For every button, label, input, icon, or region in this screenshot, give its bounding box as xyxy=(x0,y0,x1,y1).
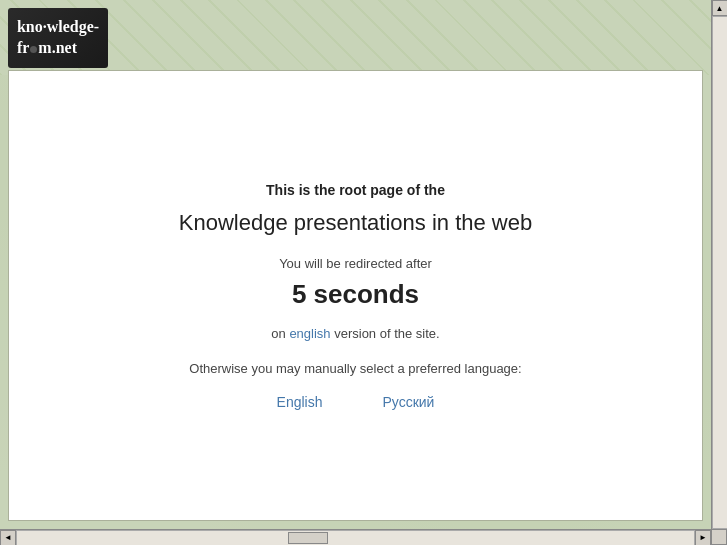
scroll-right-button[interactable]: ► xyxy=(695,530,711,546)
main-content-panel: This is the root page of the Knowledge p… xyxy=(8,70,703,521)
scrollbar-horizontal: ◄ ► xyxy=(0,529,711,545)
language-links-container: English Русский xyxy=(277,394,435,410)
scroll-up-button[interactable]: ▲ xyxy=(712,0,728,16)
language-link-russian[interactable]: Русский xyxy=(382,394,434,410)
site-logo[interactable]: kno·wledge- frm.net xyxy=(8,8,108,68)
scroll-track-vertical[interactable] xyxy=(712,16,728,529)
logo-text: kno·wledge- frm.net xyxy=(17,17,99,59)
version-info: on english version of the site. xyxy=(271,326,439,341)
scroll-thumb-horizontal[interactable] xyxy=(288,532,328,544)
site-main-title: Knowledge presentations in the web xyxy=(179,210,532,236)
version-suffix: version of the site. xyxy=(331,326,440,341)
countdown-seconds: 5 seconds xyxy=(292,279,419,310)
header-band: kno·wledge- frm.net xyxy=(0,0,711,75)
redirect-label: You will be redirected after xyxy=(279,256,432,271)
version-prefix: on xyxy=(271,326,289,341)
root-page-title: This is the root page of the xyxy=(266,182,445,198)
scroll-track-horizontal[interactable] xyxy=(16,530,695,546)
version-link[interactable]: english xyxy=(289,326,330,341)
scroll-left-button[interactable]: ◄ xyxy=(0,530,16,546)
language-link-english[interactable]: English xyxy=(277,394,323,410)
scrollbar-corner xyxy=(711,529,727,545)
scrollbar-vertical: ▲ ▼ xyxy=(711,0,727,545)
manual-select-label: Otherwise you may manually select a pref… xyxy=(189,361,521,376)
